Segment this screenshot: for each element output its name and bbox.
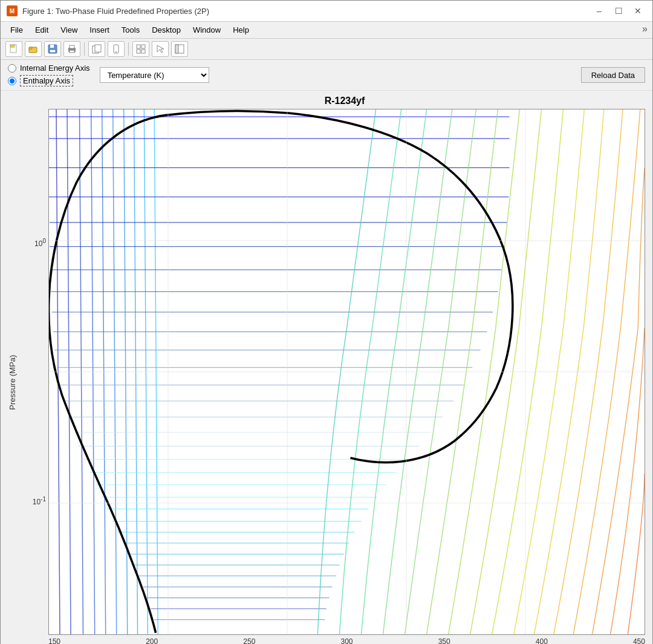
internal-energy-radio[interactable] bbox=[8, 64, 16, 73]
svg-rect-1 bbox=[10, 45, 15, 47]
svg-rect-8 bbox=[70, 45, 74, 48]
print-button[interactable] bbox=[63, 41, 80, 57]
title-bar-controls: – ☐ ✕ bbox=[591, 4, 646, 18]
plot-title: R-1234yf bbox=[44, 96, 645, 106]
internal-energy-label: Internal Energy Axis bbox=[20, 63, 90, 73]
toolbar bbox=[1, 39, 652, 60]
x-tick-150: 150 bbox=[48, 637, 60, 644]
close-button[interactable]: ✕ bbox=[629, 4, 646, 18]
axis-radio-group: Internal Energy Axis Enthalpy Axis bbox=[8, 63, 90, 86]
x-tick-400: 400 bbox=[536, 637, 548, 644]
chart-and-x: 100 10-1 bbox=[19, 109, 645, 644]
enthalpy-radio[interactable] bbox=[8, 77, 16, 85]
x-tick-350: 350 bbox=[438, 637, 450, 644]
x-tick-450: 450 bbox=[633, 637, 645, 644]
menu-bar: File Edit View Insert Tools Desktop Wind… bbox=[1, 22, 652, 39]
minimize-button[interactable]: – bbox=[591, 4, 608, 18]
title-bar-left: M Figure 1: Two-Phase Fluid Predefined P… bbox=[7, 5, 209, 16]
x-ticks: 150 200 250 300 350 400 450 bbox=[19, 636, 645, 644]
svg-rect-11 bbox=[95, 45, 101, 52]
y-tick-1e-1: 10-1 bbox=[19, 496, 46, 506]
cursor-button[interactable] bbox=[152, 41, 169, 57]
toolbar-separator-2 bbox=[128, 42, 129, 56]
svg-rect-9 bbox=[70, 50, 74, 53]
chart-wrapper: 100 10-1 bbox=[19, 109, 645, 635]
main-window: M Figure 1: Two-Phase Fluid Predefined P… bbox=[0, 0, 653, 644]
svg-rect-20 bbox=[175, 45, 178, 53]
svg-marker-18 bbox=[157, 45, 164, 53]
title-bar: M Figure 1: Two-Phase Fluid Predefined P… bbox=[1, 1, 652, 22]
menu-help[interactable]: Help bbox=[228, 24, 254, 36]
menu-window[interactable]: Window bbox=[188, 24, 226, 36]
x-tick-300: 300 bbox=[340, 637, 352, 644]
svg-rect-15 bbox=[141, 45, 145, 48]
internal-energy-radio-label[interactable]: Internal Energy Axis bbox=[8, 63, 90, 73]
new-figure-button[interactable] bbox=[5, 41, 22, 57]
svg-rect-6 bbox=[50, 50, 56, 53]
svg-point-13 bbox=[115, 51, 117, 53]
svg-rect-5 bbox=[50, 45, 54, 48]
plot-container: Pressure (MPa) 100 10-1 bbox=[8, 109, 645, 644]
maximize-button[interactable]: ☐ bbox=[610, 4, 627, 18]
window-title: Figure 1: Two-Phase Fluid Predefined Pro… bbox=[22, 7, 209, 16]
menu-edit[interactable]: Edit bbox=[30, 24, 53, 36]
open-button[interactable] bbox=[25, 41, 42, 57]
arrow-icon: » bbox=[642, 24, 648, 36]
menu-desktop[interactable]: Desktop bbox=[147, 24, 186, 36]
chart-svg bbox=[49, 109, 645, 634]
y-axis-label: Pressure (MPa) bbox=[8, 109, 17, 644]
menu-tools[interactable]: Tools bbox=[117, 24, 145, 36]
menu-file[interactable]: File bbox=[5, 24, 28, 36]
enthalpy-label: Enthalpy Axis bbox=[20, 75, 73, 86]
svg-rect-14 bbox=[137, 45, 140, 48]
svg-rect-16 bbox=[137, 50, 140, 53]
x-tick-200: 200 bbox=[146, 637, 158, 644]
panel-button[interactable] bbox=[171, 41, 188, 57]
svg-rect-17 bbox=[141, 50, 145, 53]
reload-data-button[interactable]: Reload Data bbox=[581, 67, 645, 83]
toolbar-separator-1 bbox=[84, 42, 85, 56]
y-tick-1e0: 100 bbox=[19, 238, 46, 248]
svg-rect-3 bbox=[29, 47, 32, 49]
plot-area: R-1234yf Pressure (MPa) 100 10-1 bbox=[1, 91, 652, 644]
x-tick-250: 250 bbox=[243, 637, 255, 644]
y-ticks: 100 10-1 bbox=[19, 109, 48, 635]
grid-button[interactable] bbox=[132, 41, 149, 57]
chart-svg-container bbox=[48, 109, 645, 635]
controls-bar: Internal Energy Axis Enthalpy Axis Tempe… bbox=[1, 60, 652, 91]
menu-view[interactable]: View bbox=[56, 24, 82, 36]
menu-insert[interactable]: Insert bbox=[85, 24, 114, 36]
save-button[interactable] bbox=[44, 41, 61, 57]
duplicate-button[interactable] bbox=[88, 41, 105, 57]
property-dropdown[interactable]: Temperature (K) Pressure (MPa) Specific … bbox=[100, 67, 209, 83]
matlab-icon: M bbox=[7, 5, 18, 16]
enthalpy-radio-label[interactable]: Enthalpy Axis bbox=[8, 75, 90, 86]
mobile-button[interactable] bbox=[108, 41, 125, 57]
